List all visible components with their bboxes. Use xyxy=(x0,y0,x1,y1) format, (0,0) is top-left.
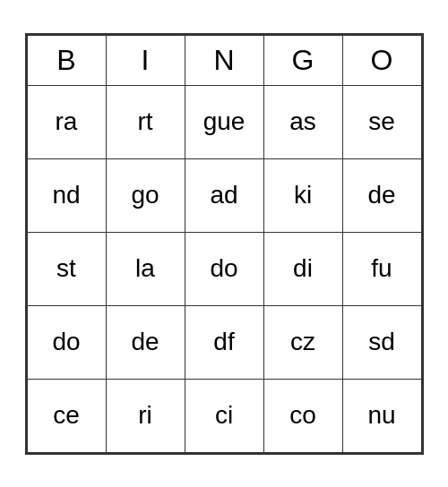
table-cell: de xyxy=(106,305,185,379)
table-row: ndgoadkide xyxy=(27,158,421,232)
table-cell: ce xyxy=(27,379,106,452)
table-row: dodedfczsd xyxy=(27,305,421,379)
table-row: rartgueasse xyxy=(27,85,421,158)
table-cell: df xyxy=(185,305,263,379)
table-cell: ri xyxy=(106,379,185,452)
header-cell: B xyxy=(27,35,106,85)
table-cell: ad xyxy=(185,158,263,232)
header-cell: G xyxy=(263,35,342,85)
table-cell: do xyxy=(185,232,263,305)
table-cell: nu xyxy=(342,379,421,452)
table-cell: fu xyxy=(342,232,421,305)
bingo-table: BINGO rartgueassendgoadkidestladodifudod… xyxy=(27,35,422,453)
table-cell: rt xyxy=(106,85,185,158)
table-cell: as xyxy=(263,85,342,158)
table-cell: de xyxy=(342,158,421,232)
table-cell: co xyxy=(263,379,342,452)
bingo-card: BINGO rartgueassendgoadkidestladodifudod… xyxy=(25,33,424,455)
table-cell: gue xyxy=(185,85,263,158)
table-cell: sd xyxy=(342,305,421,379)
table-cell: la xyxy=(106,232,185,305)
table-cell: go xyxy=(106,158,185,232)
header-row: BINGO xyxy=(27,35,421,85)
table-cell: ra xyxy=(27,85,106,158)
header-cell: O xyxy=(342,35,421,85)
table-cell: st xyxy=(27,232,106,305)
table-cell: nd xyxy=(27,158,106,232)
table-cell: ki xyxy=(263,158,342,232)
table-row: cericiconu xyxy=(27,379,421,452)
table-cell: se xyxy=(342,85,421,158)
header-cell: I xyxy=(106,35,185,85)
table-cell: do xyxy=(27,305,106,379)
table-cell: cz xyxy=(263,305,342,379)
header-cell: N xyxy=(185,35,263,85)
table-row: stladodifu xyxy=(27,232,421,305)
table-cell: ci xyxy=(185,379,263,452)
table-cell: di xyxy=(263,232,342,305)
